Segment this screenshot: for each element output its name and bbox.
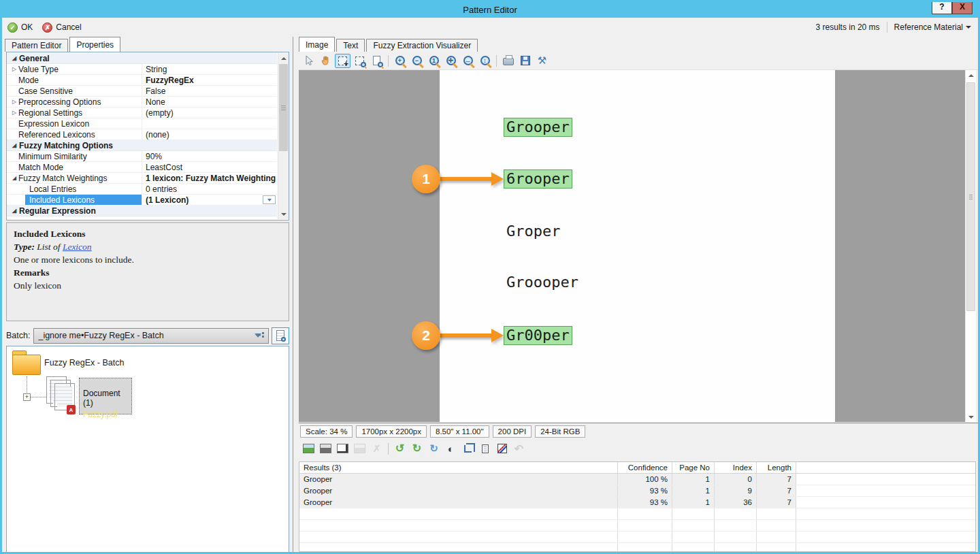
document-text: Groooper [506,274,578,291]
callout-badge-1: 1 [412,165,440,193]
zoom-fit-height-icon[interactable]: ↕ [477,54,493,68]
tab-properties[interactable]: Properties [69,37,120,52]
refresh-icon[interactable]: ↻ [426,442,442,456]
scroll-down-icon[interactable] [278,209,289,219]
zoom-out-icon[interactable]: − [409,54,425,68]
contrast-icon[interactable]: ◐ [443,442,459,456]
page-preview-icon[interactable] [369,54,385,68]
ok-button[interactable]: ✓ OK [7,22,33,33]
crop-icon[interactable] [460,442,476,456]
magnifier-icon [281,337,286,342]
property-category-general[interactable]: ◢General [7,53,277,64]
expanded-triangle-icon[interactable]: ◢ [10,142,19,148]
results-empty-row [299,543,975,552]
description-remarks-text: Only lexicon [14,279,282,292]
filter-icon[interactable] [255,332,264,340]
batch-label: Batch: [6,331,30,340]
tab-image[interactable]: Image [299,37,335,52]
description-title: Included Lexicons [14,227,282,240]
zoom-actual-icon[interactable]: 1 [426,54,442,68]
help-button[interactable]: ? [932,0,952,14]
zoom-fit-width-icon[interactable]: ↔ [460,54,476,68]
expanded-triangle-icon[interactable]: ◢ [10,55,19,61]
batch-combo[interactable]: _ignore me•Fuzzy RegEx - Batch [33,328,269,344]
property-row-case-sensitive[interactable]: Case SensitiveFalse [7,86,277,97]
results-header-row: Results (3)ConfidencePage NoIndexLength [299,462,975,474]
document-pages-icon[interactable]: A [46,376,79,414]
lexicon-link[interactable]: Lexicon [63,242,92,252]
batch-tree: Fuzzy RegEx - Batch A Document (1) Fuzzy… [6,346,289,552]
expand-triangle-icon[interactable]: ◢ [10,175,19,181]
grayscale-image-icon[interactable] [318,442,333,456]
property-row-referenced-lexicons[interactable]: Referenced Lexicons(none) [7,129,277,140]
ok-check-icon: ✓ [7,22,18,33]
property-category-regular-expression[interactable]: ◢Regular Expression [7,206,277,216]
bw-image-icon[interactable] [335,442,350,456]
document-page [440,70,835,422]
expanded-triangle-icon[interactable]: ◢ [10,208,19,214]
zoom-in-icon[interactable]: + [392,54,408,68]
preview-toggle-button[interactable] [272,327,289,344]
property-row-fuzzy-match-weightings[interactable]: ◢Fuzzy Match Weightings1 lexicon: Fuzzy … [7,173,277,184]
property-row-expression-lexicon[interactable]: Expression Lexicon [7,118,277,129]
property-row-match-mode[interactable]: Match ModeLeastCost [7,162,277,173]
tools-icon[interactable]: ⚒ [534,54,550,68]
rotate-left-icon[interactable]: ↺ [392,442,408,456]
scrollbar-thumb[interactable] [966,82,975,311]
tree-item-document[interactable]: Document (1) Fuzzy.pdf [79,378,132,414]
tab-pattern-editor[interactable]: Pattern Editor [5,39,68,52]
property-row-included-lexicons[interactable]: Included Lexicons(1 Lexicon) [7,195,277,206]
description-body: One or more lexicons to include. [14,253,282,266]
color-image-icon[interactable] [301,442,316,456]
zoom-fit-page-icon[interactable]: ✛ [443,54,459,68]
right-panel: Image Text Fuzzy Extraction Visualizer +… [293,37,978,552]
results-row[interactable]: Grooper100 %107 [299,474,975,485]
document-text: Groper [506,223,560,240]
curves-icon[interactable] [494,442,510,456]
lexicon-dropdown-button[interactable] [263,195,276,204]
scroll-up-icon[interactable] [278,53,289,63]
property-row-value-type[interactable]: ▷Value TypeString [7,64,277,75]
scrollbar-thumb[interactable] [279,64,288,151]
tab-fuzzy-extraction-visualizer[interactable]: Fuzzy Extraction Visualizer [366,39,478,52]
pointer-icon[interactable] [301,54,316,68]
results-row[interactable]: Grooper93 %197 [299,485,975,497]
status-cell: 200 DPI [493,425,532,438]
close-button[interactable]: X [952,0,973,14]
tree-root-label[interactable]: Fuzzy RegEx - Batch [44,358,124,368]
property-category-fuzzy-matching-options[interactable]: ◢Fuzzy Matching Options [7,140,277,151]
reference-material-dropdown[interactable]: Reference Material [894,22,971,32]
property-row-preprocessing-options[interactable]: ▷Preprocessing OptionsNone [7,97,277,108]
print-icon[interactable] [500,54,516,68]
property-row-minimum-similarity[interactable]: Minimum Similarity90% [7,151,277,162]
rotate-right-icon[interactable]: ↻ [409,442,425,456]
results-row[interactable]: Grooper93 %1367 [299,497,975,508]
property-grid-scrollbar[interactable] [278,53,289,219]
scroll-up-icon[interactable] [966,70,976,80]
cancel-button[interactable]: ✗ Cancel [42,22,81,33]
tab-text[interactable]: Text [336,39,365,52]
expand-triangle-icon[interactable]: ▷ [10,66,19,72]
viewer-scrollbar[interactable] [965,70,976,422]
expand-triangle-icon[interactable]: ▷ [10,110,19,116]
save-icon[interactable] [517,54,533,68]
property-row-local-entries[interactable]: Local Entries0 entries [7,184,277,195]
property-row-regional-settings[interactable]: ▷Regional Settings(empty) [7,108,277,118]
property-row-mode[interactable]: ModeFuzzyRegEx [7,75,277,86]
folder-icon[interactable] [12,351,41,375]
expand-triangle-icon[interactable]: ▷ [10,99,19,105]
image-status-bar: Scale: 34 %1700px x 2200px8.50" x 11.00"… [299,423,978,439]
copy-pages-icon[interactable] [477,442,493,456]
image-viewer[interactable]: Grooper6rooper1GroperGroooperGr00per2 [299,70,976,422]
tree-expand-icon[interactable] [23,393,31,401]
scroll-down-icon[interactable] [966,412,976,422]
cancel-label: Cancel [56,22,81,32]
zoom-selection-icon[interactable] [352,54,368,68]
results-empty-row [299,532,975,543]
matched-text: 6rooper [504,169,572,189]
status-cell: 8.50" x 11.00" [430,425,489,438]
pan-hand-icon[interactable] [318,54,333,68]
callout-arrow-head [491,172,504,186]
callout-arrow-head [491,329,504,342]
select-zone-icon[interactable]: + [335,54,350,68]
